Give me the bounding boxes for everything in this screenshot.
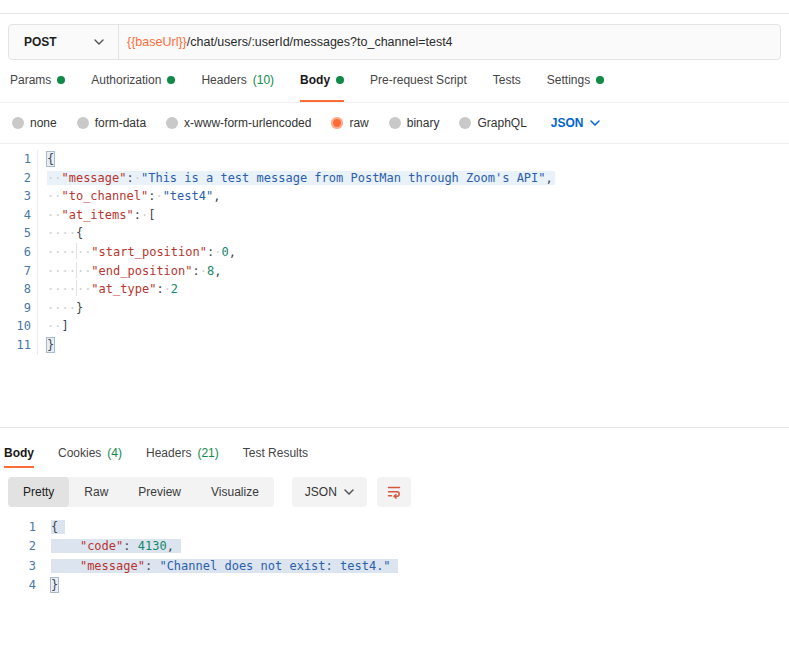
line-content: "message": "Channel does not exist: test… [42, 557, 398, 576]
code-line: 6······"start_position":·0, [0, 243, 789, 262]
line-number: 6 [0, 243, 38, 262]
response-view-switcher: PrettyRawPreviewVisualize [8, 477, 274, 507]
response-language-label: JSON [305, 485, 337, 499]
body-type-none[interactable]: none [12, 116, 57, 130]
code-line: 2 "code": 4130, [4, 537, 789, 556]
line-content: ··"message":·"This is a test message fro… [38, 169, 555, 188]
code-line: 2··"message":·"This is a test message fr… [0, 169, 789, 188]
code-line: 8······"at_type":·2 [0, 280, 789, 299]
line-number: 2 [4, 537, 42, 556]
line-number: 11 [0, 336, 38, 355]
line-content: ··"at_items":·[ [38, 206, 155, 225]
tab-count: (10) [253, 73, 274, 87]
body-type-label: raw [349, 116, 368, 130]
tab-label: Params [10, 73, 51, 87]
line-content: ··] [38, 317, 69, 336]
code-line: 1{ [4, 518, 789, 537]
view-button-pretty[interactable]: Pretty [8, 477, 69, 507]
line-number: 4 [4, 576, 42, 595]
body-type-x-www-form-urlencoded[interactable]: x-www-form-urlencoded [166, 116, 311, 130]
body-type-label: x-www-form-urlencoded [184, 116, 311, 130]
url-input[interactable]: {{baseUrl}}/chat/users/:userId/messages?… [119, 25, 780, 59]
line-number: 1 [0, 150, 38, 169]
line-number: 7 [0, 262, 38, 281]
body-type-graphql[interactable]: GraphQL [459, 116, 526, 130]
line-number: 2 [0, 169, 38, 188]
tab-tests[interactable]: Tests [493, 60, 521, 102]
code-line: 3··"to_channel":·"test4", [0, 187, 789, 206]
tab-body[interactable]: Body [300, 60, 344, 102]
code-line: 3 "message": "Channel does not exist: te… [4, 557, 789, 576]
response-language-selector[interactable]: JSON [292, 477, 367, 507]
url-base-variable: {{baseUrl}} [127, 35, 187, 49]
line-number: 8 [0, 280, 38, 299]
line-number: 3 [4, 557, 42, 576]
chevron-down-icon [590, 120, 600, 126]
body-type-label: none [30, 116, 57, 130]
tab-label: Tests [493, 73, 521, 87]
raw-language-selector[interactable]: JSON [551, 116, 600, 130]
radio-icon [12, 117, 24, 129]
code-line: 1{ [0, 150, 789, 169]
line-content: ··"to_channel":·"test4", [38, 187, 220, 206]
view-button-preview[interactable]: Preview [123, 477, 196, 507]
tab-settings[interactable]: Settings [547, 60, 604, 102]
wrap-text-icon [386, 484, 402, 500]
line-content: } [42, 576, 58, 595]
body-type-raw[interactable]: raw [331, 116, 368, 130]
body-type-form-data[interactable]: form-data [77, 116, 146, 130]
wrap-text-button[interactable] [377, 477, 411, 507]
body-type-binary[interactable]: binary [389, 116, 440, 130]
line-content: ······"at_type":·2 [38, 280, 178, 299]
radio-icon [331, 117, 343, 129]
url-path: /chat/users/:userId/messages?to_channel=… [187, 35, 453, 49]
tab-label: Body [300, 73, 330, 87]
tab-label: Settings [547, 73, 590, 87]
line-content: { [42, 518, 65, 537]
radio-icon [166, 117, 178, 129]
request-body-editor[interactable]: 1{2··"message":·"This is a test message … [0, 144, 789, 428]
radio-icon [389, 117, 401, 129]
view-button-visualize[interactable]: Visualize [196, 477, 274, 507]
line-content: ····} [38, 299, 83, 318]
method-selector[interactable]: POST [9, 25, 118, 59]
tab-label: Pre-request Script [370, 73, 467, 87]
line-number: 4 [0, 206, 38, 225]
view-button-raw[interactable]: Raw [69, 477, 123, 507]
request-tabs: ParamsAuthorizationHeaders(10)BodyPre-re… [0, 60, 789, 103]
response-tabs: BodyCookies(4)Headers(21)Test Results [4, 440, 789, 468]
response-tab-cookies[interactable]: Cookies(4) [58, 440, 122, 468]
response-tab-label: Headers [146, 446, 191, 460]
response-body-editor[interactable]: 1{2 "code": 4130,3 "message": "Channel d… [4, 518, 789, 596]
response-tab-headers[interactable]: Headers(21) [146, 440, 219, 468]
line-content: } [38, 336, 54, 355]
line-number: 9 [0, 299, 38, 318]
code-line: 10··] [0, 317, 789, 336]
tab-headers[interactable]: Headers(10) [201, 60, 274, 102]
response-tab-label: Test Results [243, 446, 308, 460]
status-dot [596, 76, 604, 84]
tab-authorization[interactable]: Authorization [91, 60, 175, 102]
body-type-bar: noneform-datax-www-form-urlencodedrawbin… [0, 103, 789, 144]
code-line: 11} [0, 336, 789, 355]
line-number: 10 [0, 317, 38, 336]
response-tab-test-results[interactable]: Test Results [243, 440, 308, 468]
code-line: 4} [4, 576, 789, 595]
tab-pre-request-script[interactable]: Pre-request Script [370, 60, 467, 102]
body-type-label: form-data [95, 116, 146, 130]
line-number: 1 [4, 518, 42, 537]
selection-highlight: "code": 4130, [51, 539, 181, 553]
request-url-bar: POST {{baseUrl}}/chat/users/:userId/mess… [8, 24, 781, 60]
response-tab-body[interactable]: Body [4, 440, 34, 468]
method-label: POST [24, 35, 57, 49]
response-tab-label: Cookies [58, 446, 101, 460]
radio-icon [77, 117, 89, 129]
chevron-down-icon [94, 39, 104, 45]
code-line: 9····} [0, 299, 789, 318]
line-content: { [38, 150, 54, 169]
code-line: 5····{ [0, 224, 789, 243]
line-content: ······"end_position":·8, [38, 262, 221, 281]
raw-language-label: JSON [551, 116, 584, 130]
response-tab-label: Body [4, 446, 34, 460]
tab-params[interactable]: Params [10, 60, 65, 102]
